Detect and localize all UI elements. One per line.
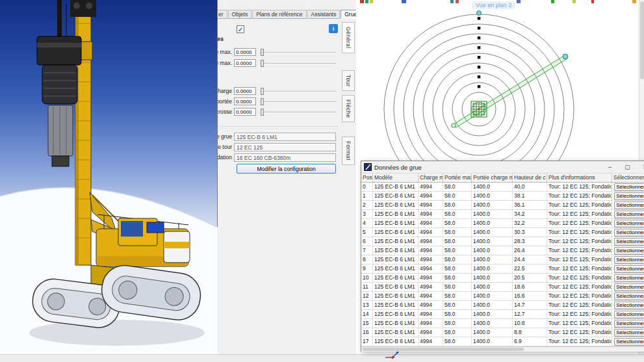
close-button[interactable]: ✕ [636,161,644,174]
side-tab-tour[interactable]: Tour [342,70,355,91]
side-tab-format[interactable]: Format [342,136,355,165]
table-row[interactable]: 17 125 EC-B 6 LM1 4994 58.0 1400.0 6.9 T… [361,337,644,346]
table-row[interactable]: 7 125 EC-B 6 LM1 4994 58.0 1400.0 26.4 T… [361,246,644,255]
limit-input[interactable] [234,48,256,56]
table-row[interactable]: 8 125 EC-B 6 LM1 4994 58.0 1400.0 24.4 T… [361,255,644,265]
cell-pos: 16 [361,328,373,337]
column-header[interactable]: Sélectionner [612,174,644,182]
column-header[interactable]: Plus d'informations [547,174,612,182]
table-row[interactable]: 14 125 EC-B 6 LM1 4994 58.0 1400.0 12.7 … [361,310,644,319]
cell-charge-max: 4994 [419,201,443,209]
table-row[interactable]: 16 125 EC-B 6 LM1 4994 58.0 1400.0 8.8 T… [361,328,644,337]
foundation-field[interactable] [234,153,336,162]
selectionner-button[interactable]: Sélectionner [614,183,644,191]
table-row[interactable]: 12 125 EC-B 6 LM1 4994 58.0 1400.0 16.6 … [361,292,644,301]
column-header[interactable]: Hauteur de c [513,174,547,182]
table-row[interactable]: 5 125 EC-B 6 LM1 4994 58.0 1400.0 30.3 T… [361,228,644,237]
cell-pos: 6 [361,237,373,246]
toolbar-fragment-icon [632,0,636,3]
table-row[interactable]: 9 125 EC-B 6 LM1 4994 58.0 1400.0 22.5 T… [361,265,644,274]
viewport-3d[interactable] [0,0,218,354]
table-row[interactable]: 4 125 EC-B 6 LM1 4994 58.0 1400.0 32.2 T… [361,219,644,228]
selectionner-button[interactable]: Sélectionner [614,211,644,218]
tab-plans-de-reference[interactable]: Plans de référence [252,10,306,19]
cell-charge-max: 4994 [419,255,443,264]
column-header[interactable]: Charge max [419,174,443,182]
jib-end-marker[interactable] [563,54,568,59]
table-row[interactable]: 15 125 EC-B 6 LM1 4994 58.0 1400.0 10.8 … [361,319,644,328]
selectionner-button[interactable]: Sélectionner [614,247,644,255]
cell-portee-charge: 1400.0 [472,292,513,300]
cell-portee-max: 58.0 [443,337,472,346]
scrollbar-thumb[interactable] [363,348,524,351]
scrollbar-thumb[interactable] [640,1,644,79]
horizontal-scrollbar[interactable] [361,346,644,352]
selectionner-button[interactable]: Sélectionner [614,274,644,282]
cell-portee-max: 58.0 [443,319,472,328]
table-row[interactable]: 3 125 EC-B 6 LM1 4994 58.0 1400.0 34.2 T… [361,210,644,219]
cell-modele: 125 EC-B 6 LM1 [373,328,419,337]
table-row[interactable]: 1 125 EC-B 6 LM1 4994 58.0 1400.0 38.1 T… [361,192,644,201]
table-row[interactable]: 0 125 EC-B 6 LM1 4994 58.0 1400.0 40.0 T… [361,183,644,192]
tab-objets[interactable]: Objets [228,10,252,19]
top-node-marker[interactable] [477,11,482,16]
selectionner-button[interactable]: Sélectionner [614,220,644,227]
cell-modele: 125 EC-B 6 LM1 [373,219,419,227]
portee-slider[interactable] [260,97,336,106]
column-header[interactable]: Portée max [443,174,472,182]
table-row[interactable]: 13 125 EC-B 6 LM1 4994 58.0 1400.0 14.7 … [361,301,644,310]
selectionner-button[interactable]: Sélectionner [614,292,644,300]
selectionner-button[interactable]: Sélectionner [614,311,644,318]
selectionner-button[interactable]: Sélectionner [614,265,644,273]
limit-input[interactable] [234,59,256,67]
maximize-button[interactable]: ▢ [619,161,636,174]
cell-charge-max: 4994 [419,183,443,191]
selectionner-button[interactable]: Sélectionner [614,283,644,291]
info-icon[interactable]: i [329,24,338,33]
table-row[interactable]: 6 125 EC-B 6 LM1 4994 58.0 1400.0 28.3 T… [361,237,644,246]
selectionner-button[interactable]: Sélectionner [614,201,644,209]
status-bar [0,354,644,362]
charge-slider[interactable] [260,87,336,96]
selectionner-button[interactable]: Sélectionner [614,192,644,200]
portee-input[interactable] [234,97,256,105]
cell-selectionner: Sélectionner [612,219,644,227]
tower-type-field[interactable] [234,143,336,151]
column-header[interactable]: Portée charge m [472,174,513,182]
limit-slider[interactable] [260,48,336,57]
crane-jib-line [452,55,567,127]
selectionner-button[interactable]: Sélectionner [614,329,644,337]
charge-input[interactable] [234,87,256,95]
side-tab-general[interactable]: Général [342,22,355,53]
cell-pos: 2 [361,201,373,209]
cell-pos: 1 [361,192,373,200]
side-tab-fleche[interactable]: Flèche [342,95,355,122]
donnees-checkbox[interactable]: ✓ [237,25,244,33]
cell-portee-max: 58.0 [443,328,472,337]
selectionner-button[interactable]: Sélectionner [614,256,644,264]
crane-model-field[interactable] [234,133,336,141]
modifier-configuration-button[interactable]: Modifier la configuration [237,164,336,174]
casing [48,105,73,156]
table-row[interactable]: 11 125 EC-B 6 LM1 4994 58.0 1400.0 18.6 … [361,283,644,292]
crosse-slider[interactable] [260,108,336,116]
cell-plus-informations: Tour: 12 EC 125; Fondation: 16 [547,210,612,218]
cell-hauteur: 36.1 [513,201,547,209]
selectionner-button[interactable]: Sélectionner [614,302,644,309]
cell-plus-informations: Tour: 12 EC 125; Fondation: 16 [547,292,612,300]
table-row[interactable]: 2 125 EC-B 6 LM1 4994 58.0 1400.0 36.1 T… [361,201,644,210]
column-header[interactable]: Pos [361,174,373,182]
selectionner-button[interactable]: Sélectionner [614,238,644,246]
window-titlebar[interactable]: Données de grue – ▢ ✕ [361,161,644,174]
selectionner-button[interactable]: Sélectionner [614,320,644,328]
table-row[interactable]: 10 125 EC-B 6 LM1 4994 58.0 1400.0 20.5 … [361,274,644,283]
limit-slider[interactable] [260,59,336,68]
cell-portee-charge: 1400.0 [472,283,513,291]
tab-assistants[interactable]: Assistants [307,10,341,19]
selectionner-button[interactable]: Sélectionner [614,338,644,346]
side-tab-strip: Général Tour Flèche Format [342,0,355,195]
crosse-input[interactable] [234,108,256,116]
column-header[interactable]: Modèle [373,174,419,182]
selectionner-button[interactable]: Sélectionner [614,229,644,237]
minimize-button[interactable]: – [601,161,619,174]
